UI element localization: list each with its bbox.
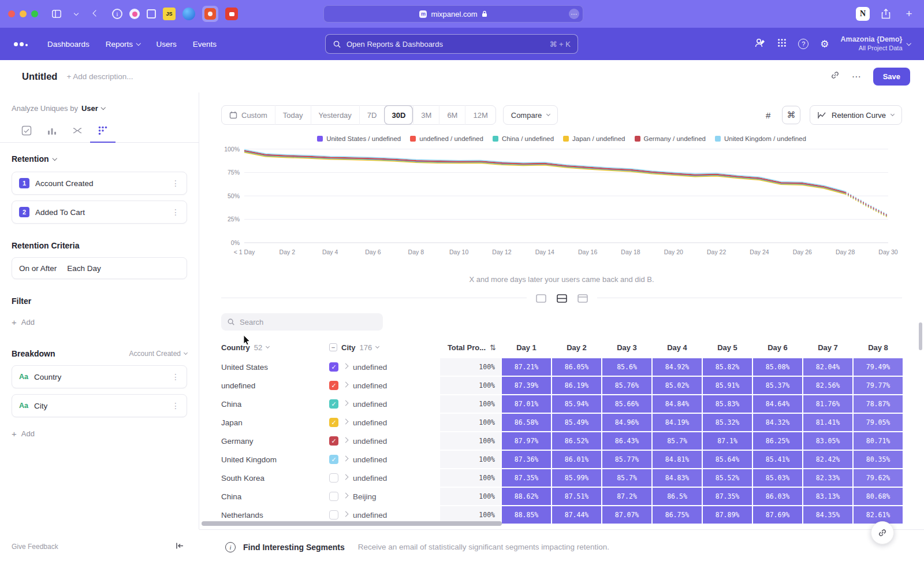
expand-icon[interactable]: [343, 493, 349, 499]
day-cell[interactable]: 87.44%: [552, 506, 601, 524]
day-cell[interactable]: 85.37%: [753, 377, 802, 394]
day-cell[interactable]: 79.49%: [854, 358, 903, 376]
copy-link-icon[interactable]: [830, 70, 840, 83]
day-cell[interactable]: 80.71%: [854, 432, 903, 450]
row-checkbox[interactable]: [329, 492, 338, 501]
tab-flows-icon[interactable]: [65, 121, 90, 142]
sort-icon[interactable]: ⇅: [490, 343, 496, 352]
close-window-button[interactable]: [8, 10, 15, 17]
pinned-tab-js-icon[interactable]: JS: [163, 8, 176, 20]
date-range-3m[interactable]: 3M: [413, 105, 439, 125]
day-cell[interactable]: 86.05%: [552, 358, 601, 376]
day-cell[interactable]: 84.96%: [602, 414, 651, 431]
day-column-header[interactable]: Day 4: [653, 337, 702, 357]
analyze-entity-select[interactable]: User: [81, 104, 105, 113]
expand-icon[interactable]: [343, 511, 349, 517]
vertical-scrollbar[interactable]: [919, 322, 922, 350]
day-cell[interactable]: 85.99%: [552, 469, 601, 487]
day-cell[interactable]: 84.84%: [653, 395, 702, 413]
day-cell[interactable]: 87.39%: [502, 377, 551, 394]
day-cell[interactable]: 85.49%: [552, 414, 601, 431]
pinned-tab-cube-icon[interactable]: [147, 9, 156, 18]
day-cell[interactable]: 85.02%: [653, 377, 702, 394]
expand-icon[interactable]: [343, 419, 349, 425]
active-tab-orange-icon[interactable]: [202, 6, 218, 22]
date-range-7d[interactable]: 7D: [359, 105, 385, 125]
expand-icon[interactable]: [343, 400, 349, 406]
day-cell[interactable]: 87.2%: [602, 488, 651, 505]
day-cell[interactable]: 86.43%: [602, 432, 651, 450]
zoom-window-button[interactable]: [31, 10, 38, 17]
expand-icon[interactable]: [343, 382, 349, 388]
day-column-header[interactable]: Day 3: [602, 337, 651, 357]
legend-item[interactable]: Germany / undefined: [635, 135, 706, 142]
criteria-prefix[interactable]: On or After: [19, 264, 57, 273]
day-cell[interactable]: 84.19%: [653, 414, 702, 431]
legend-item[interactable]: United Kingdom / undefined: [715, 135, 806, 142]
day-cell[interactable]: 82.33%: [803, 469, 852, 487]
day-cell[interactable]: 86.58%: [502, 414, 551, 431]
legend-item[interactable]: undefined / undefined: [410, 135, 483, 142]
day-cell[interactable]: 82.61%: [854, 506, 903, 524]
row-checkbox[interactable]: ✓: [329, 455, 338, 464]
view-split-button[interactable]: [553, 291, 571, 306]
day-cell[interactable]: 82.42%: [803, 451, 852, 468]
day-cell[interactable]: 85.91%: [703, 377, 752, 394]
project-selector[interactable]: Amazonia {Demo} All Project Data: [841, 35, 910, 52]
day-cell[interactable]: 87.21%: [502, 358, 551, 376]
day-cell[interactable]: 83.13%: [803, 488, 852, 505]
expand-icon[interactable]: [343, 456, 349, 462]
day-cell[interactable]: 85.64%: [703, 451, 752, 468]
day-cell[interactable]: 87.36%: [502, 451, 551, 468]
day-cell[interactable]: 84.83%: [653, 469, 702, 487]
tab-insights-icon[interactable]: [14, 121, 39, 142]
browser-sidebar-toggle[interactable]: [50, 7, 64, 21]
day-cell[interactable]: 88.62%: [502, 488, 551, 505]
kebab-icon[interactable]: ⋮: [172, 179, 180, 188]
day-cell[interactable]: 86.19%: [552, 377, 601, 394]
select-all-checkbox[interactable]: –: [329, 343, 337, 351]
day-column-header[interactable]: Day 5: [703, 337, 752, 357]
day-cell[interactable]: 86.03%: [753, 488, 802, 505]
nav-item-reports[interactable]: Reports: [106, 40, 140, 49]
kebab-icon[interactable]: ⋮: [172, 401, 180, 410]
minimize-window-button[interactable]: [20, 10, 27, 17]
segments-title[interactable]: Find Interesting Segments: [243, 543, 345, 552]
settings-gear-icon[interactable]: ⚙: [820, 38, 829, 50]
tab-funnels-icon[interactable]: [39, 121, 65, 142]
day-cell[interactable]: 85.32%: [703, 414, 752, 431]
day-cell[interactable]: 86.01%: [552, 451, 601, 468]
day-cell[interactable]: 85.66%: [602, 395, 651, 413]
day-cell[interactable]: 86.25%: [753, 432, 802, 450]
row-checkbox[interactable]: ✓: [329, 436, 338, 446]
day-cell[interactable]: 84.64%: [753, 395, 802, 413]
day-cell[interactable]: 86.5%: [653, 488, 702, 505]
row-checkbox[interactable]: ✓: [329, 418, 338, 427]
kebab-icon[interactable]: ⋮: [172, 372, 180, 381]
chart-type-select[interactable]: Retention Curve: [810, 105, 902, 125]
nav-item-dashboards[interactable]: Dashboards: [47, 40, 90, 49]
tab-menu-chevron[interactable]: [69, 7, 83, 21]
day-cell[interactable]: 85.7%: [653, 432, 702, 450]
day-cell[interactable]: 87.69%: [753, 506, 802, 524]
breakdown-context-select[interactable]: Account Created: [129, 350, 187, 358]
day-column-header[interactable]: Day 1: [502, 337, 551, 357]
country-column-header[interactable]: Country 52: [221, 337, 328, 357]
day-cell[interactable]: 84.35%: [803, 506, 852, 524]
global-search[interactable]: Open Reports & Dashboards ⌘ + K: [325, 34, 578, 54]
extension-n-icon[interactable]: N: [856, 7, 870, 21]
legend-item[interactable]: United States / undefined: [317, 135, 401, 142]
criteria-card[interactable]: On or After Each Day: [12, 257, 187, 279]
day-cell[interactable]: 82.56%: [803, 377, 852, 394]
add-description-link[interactable]: + Add description...: [66, 72, 133, 81]
nav-item-events[interactable]: Events: [193, 40, 217, 49]
day-cell[interactable]: 82.04%: [803, 358, 852, 376]
total-column-header[interactable]: Total Pro... ⇅: [440, 337, 501, 357]
share-icon[interactable]: [879, 7, 893, 21]
nav-item-users[interactable]: Users: [157, 40, 177, 49]
date-range-today[interactable]: Today: [275, 105, 311, 125]
day-cell[interactable]: 88.85%: [502, 506, 551, 524]
view-table-only-button[interactable]: [574, 291, 591, 306]
day-cell[interactable]: 84.92%: [653, 358, 702, 376]
row-checkbox[interactable]: [329, 473, 338, 483]
